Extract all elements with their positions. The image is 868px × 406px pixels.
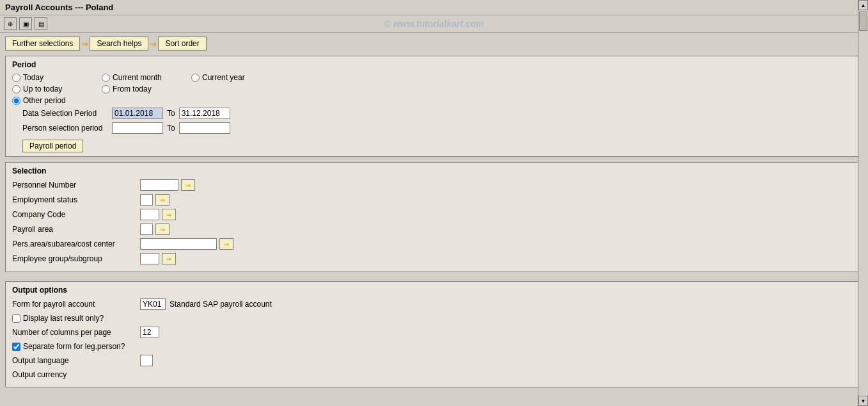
- select-arrow-icon-2: ⇒: [166, 211, 171, 218]
- separate-form-row: Separate form for leg.person?: [12, 342, 856, 351]
- radio-other-period-text: Other period: [23, 96, 66, 105]
- selection-row-4: Pers.area/subarea/cost center ⇒: [12, 238, 856, 250]
- radio-today-label[interactable]: Today: [12, 73, 89, 82]
- radio-today[interactable]: [12, 74, 20, 82]
- personnel-number-label: Personnel Number: [12, 181, 140, 190]
- tab-arrow-2: ⇒: [150, 39, 157, 49]
- main-content: Further selections ⇒ Search helps ⇒ Sort…: [0, 33, 868, 394]
- employment-status-input[interactable]: [140, 194, 153, 206]
- person-selection-row: Person selection period To: [22, 122, 856, 134]
- employment-status-select-btn[interactable]: ⇒: [155, 194, 170, 206]
- radio-from-today-label[interactable]: From today: [102, 85, 178, 93]
- output-lang-label: Output language: [12, 356, 140, 365]
- output-lang-row: Output language: [12, 355, 856, 366]
- pers-area-select-btn[interactable]: ⇒: [219, 238, 233, 250]
- pers-area-label: Pers.area/subarea/cost center: [12, 240, 140, 248]
- person-selection-to-input[interactable]: [179, 122, 230, 134]
- radio-up-to-today-label[interactable]: Up to today: [12, 85, 89, 93]
- select-arrow-icon-0: ⇒: [185, 182, 191, 189]
- radio-up-to-today-text: Up to today: [23, 85, 62, 93]
- radio-current-month-label[interactable]: Current month: [102, 73, 178, 82]
- data-selection-row: Data Selection Period To: [22, 108, 856, 119]
- data-selection-label: Data Selection Period: [22, 109, 112, 118]
- radio-from-today[interactable]: [102, 85, 110, 93]
- form-payroll-desc: Standard SAP payroll account: [170, 300, 272, 309]
- columns-label: Number of columns per page: [12, 328, 140, 337]
- radio-current-month-text: Current month: [113, 73, 162, 82]
- output-section: Output options Form for payroll account …: [5, 281, 863, 387]
- radio-current-year[interactable]: [191, 74, 200, 82]
- payroll-area-label: Payroll area: [12, 225, 140, 234]
- columns-input[interactable]: [140, 327, 159, 338]
- select-arrow-icon-5: ⇒: [166, 256, 171, 263]
- radio-up-to-today[interactable]: [12, 85, 20, 93]
- output-currency-label: Output currency: [12, 370, 140, 379]
- payroll-period-button[interactable]: Payroll period: [22, 140, 83, 152]
- select-arrow-icon-1: ⇒: [160, 197, 165, 204]
- selection-title: Selection: [12, 166, 856, 175]
- person-selection-from-input[interactable]: [112, 122, 163, 134]
- selection-row-0: Personnel Number ⇒: [12, 179, 856, 191]
- columns-row: Number of columns per page: [12, 327, 856, 338]
- separate-form-checkbox[interactable]: [12, 343, 20, 351]
- person-selection-label: Person selection period: [22, 124, 112, 133]
- radio-current-month[interactable]: [102, 74, 110, 82]
- company-code-input[interactable]: [140, 209, 159, 220]
- selection-row-5: Employee group/subgroup ⇒: [12, 253, 856, 264]
- form-payroll-input[interactable]: [140, 298, 166, 310]
- toolbar: ⊕ ▣ ▤ © www.tutorialkart.com: [0, 15, 868, 33]
- radio-current-year-label[interactable]: Current year: [191, 73, 268, 82]
- radio-current-year-text: Current year: [202, 73, 245, 82]
- selection-row-1: Employment status ⇒: [12, 194, 856, 206]
- display-last-row: Display last result only?: [12, 314, 856, 323]
- selection-row-3: Payroll area ⇒: [12, 223, 856, 235]
- employment-status-label: Employment status: [12, 195, 140, 204]
- select-arrow-icon-4: ⇒: [224, 241, 229, 248]
- period-section: Period Today Current month Current year: [5, 56, 863, 157]
- toolbar-icon-1[interactable]: ⊕: [4, 17, 17, 30]
- tab-arrow-1: ⇒: [81, 39, 88, 49]
- employee-group-select-btn[interactable]: ⇒: [162, 253, 176, 264]
- selection-section: Selection Personnel Number ⇒ Employment …: [5, 162, 863, 272]
- period-row-2: Up to today From today: [12, 85, 856, 93]
- personnel-number-input[interactable]: [140, 179, 178, 191]
- scroll-up-arrow[interactable]: ▲: [858, 0, 868, 10]
- select-arrow-icon-3: ⇒: [160, 226, 165, 233]
- output-currency-row: Output currency: [12, 370, 856, 379]
- form-payroll-label: Form for payroll account: [12, 300, 140, 309]
- toolbar-icon-3[interactable]: ▤: [35, 17, 47, 30]
- data-selection-to-label: To: [167, 109, 175, 118]
- watermark: © www.tutorialkart.com: [384, 19, 484, 29]
- radio-from-today-text: From today: [113, 85, 152, 93]
- separate-form-label: Separate form for leg.person?: [23, 342, 125, 351]
- scroll-thumb[interactable]: [859, 12, 867, 31]
- employee-group-label: Employee group/subgroup: [12, 254, 140, 263]
- toolbar-icon-2[interactable]: ▣: [19, 17, 32, 30]
- employee-group-input[interactable]: [140, 253, 159, 264]
- tab-search-helps[interactable]: Search helps: [90, 37, 148, 51]
- tab-sort-order[interactable]: Sort order: [158, 37, 206, 51]
- data-selection-to-input[interactable]: [179, 108, 230, 119]
- personnel-number-select-btn[interactable]: ⇒: [181, 179, 195, 191]
- display-last-label: Display last result only?: [23, 314, 104, 323]
- tab-further-selections[interactable]: Further selections: [5, 37, 80, 51]
- radio-other-period[interactable]: [12, 97, 20, 105]
- display-last-checkbox[interactable]: [12, 314, 20, 323]
- output-title: Output options: [12, 286, 856, 295]
- period-row-3: Other period: [12, 96, 856, 105]
- company-code-label: Company Code: [12, 210, 140, 219]
- radio-other-period-label[interactable]: Other period: [12, 96, 89, 105]
- payroll-area-input[interactable]: [140, 223, 153, 235]
- scroll-down-arrow[interactable]: ▼: [858, 396, 868, 406]
- selection-row-2: Company Code ⇒: [12, 209, 856, 220]
- page-title: Payroll Accounts --- Poland: [5, 3, 113, 12]
- payroll-area-select-btn[interactable]: ⇒: [155, 223, 170, 235]
- company-code-select-btn[interactable]: ⇒: [162, 209, 176, 220]
- output-lang-input[interactable]: [140, 355, 153, 366]
- pers-area-input[interactable]: [140, 238, 217, 250]
- period-row-1: Today Current month Current year: [12, 73, 856, 82]
- data-selection-from-input[interactable]: [112, 108, 163, 119]
- person-selection-to-label: To: [167, 124, 175, 133]
- tab-bar: Further selections ⇒ Search helps ⇒ Sort…: [5, 37, 863, 51]
- period-title: Period: [12, 60, 856, 69]
